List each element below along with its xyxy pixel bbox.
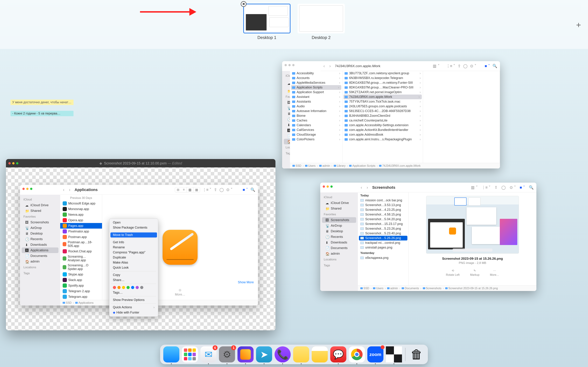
dock-chat-app[interactable]: 💬 [330,346,346,362]
sidebar-item-icloud-drive[interactable]: iCloud Drive [284,79,290,88]
app-list[interactable]: Previous 30 Days Microsoft Edge.appMonos… [60,195,102,300]
app-row[interactable]: Postman.ap…18-505.app [60,240,102,249]
context-tags-label[interactable]: Tags… [109,290,158,295]
action-rotate-left[interactable]: ⟲Rotate Left [446,269,459,276]
sidebar-item-documents[interactable]: Documents [322,245,356,251]
path-crumb[interactable]: Applications [75,301,94,304]
tags-icon[interactable]: ◯ [219,188,224,192]
close-icon[interactable] [22,188,25,190]
context-menu[interactable]: OpenShow Package Contents Move to Trash … [109,218,158,317]
column-row[interactable]: 58135EC1-CCE5-4C…2DB-466F59287D38› [343,109,423,113]
sidebar-item-desktop[interactable]: Desktop [284,111,290,117]
context-hide-with-funter[interactable]: ◆Hide with Funter [109,310,158,315]
app-row[interactable]: Telegram 2.app [60,288,102,294]
dock-launchpad[interactable] [182,346,198,362]
file-row[interactable]: mission cont…ock bar.png [358,198,408,203]
dock-zoom[interactable]: zoom [367,346,383,362]
column-row[interactable]: Biome› [290,113,342,118]
tag-color[interactable] [127,286,130,289]
path-crumb[interactable]: admin [319,164,330,167]
path-crumb[interactable]: Screenshot 2023-09-15 at 15.26.26.png [445,287,498,290]
file-row[interactable]: Screenshot…5.04.20.png [358,217,408,222]
file-row[interactable]: Screenshot…4.58.15.png [358,212,408,217]
app-row[interactable]: Monosnap.app [60,206,102,212]
sidebar-item-desktop[interactable]: Desktop [322,228,356,234]
sidebar-item-icloud-drive[interactable]: iCloud Drive [22,202,59,208]
show-more-link[interactable]: Show More [238,281,254,284]
action-icon[interactable]: ⊙ ˅ [510,185,516,190]
close-icon[interactable] [285,64,287,66]
path-crumb[interactable]: Users [305,164,316,167]
column-row[interactable]: com.apple.Accessibility-Settings.extensi… [343,123,423,128]
column-row[interactable]: 59KZTZA4XR.net.pornel.ImageOptim› [343,90,423,95]
column-row[interactable]: ca.michelf.CounterpartsLite› [343,118,423,123]
tag-color[interactable] [113,286,116,289]
share-icon[interactable]: ⇪ [458,64,461,68]
column-row[interactable]: 8DKG4XB37M.group.…MacCleaner-PRO-SIII› [343,85,423,90]
sidebar-item-airdrop[interactable]: AirDrop [284,105,290,111]
app-row[interactable]: Screaming…O Spider.app [60,263,102,272]
sidebar-item-recents[interactable]: Recents [322,234,356,240]
minimize-icon[interactable] [288,64,291,66]
share-icon[interactable]: ⇪ [494,185,498,190]
dock-mail[interactable]: ✉6 [200,346,216,362]
group-icon[interactable]: ⋮≡ ˅ [446,64,455,68]
dock-stickies[interactable] [293,346,309,362]
path-crumb[interactable]: SSD [63,301,72,304]
sidebar-item-documents[interactable]: Documents [22,253,59,259]
close-desktop-icon[interactable]: ✕ [241,1,246,7]
sidebar-item-downloads[interactable]: Downloads [22,242,59,248]
close-icon[interactable] [323,185,325,188]
funter-icon[interactable]: ■ ˅ [243,188,248,192]
preview-more[interactable]: ⊙ More… [175,288,185,296]
app-row[interactable]: Skype.app [60,272,102,277]
context-tag-colors[interactable] [109,285,158,290]
sticky-note-2[interactable]: - Кожні 2 години - 5 хв перерва… [10,111,73,116]
desktop-2-thumb[interactable]: Desktop 2 [297,4,345,40]
dock-chrome[interactable] [349,346,365,362]
funter-icon[interactable]: ■ ˅ [520,185,525,190]
nav-back-icon[interactable]: ‹ [323,64,325,68]
share-icon[interactable]: ⇪ [214,188,217,192]
minimize-icon[interactable] [26,188,28,190]
column-row[interactable]: Assistant› [290,95,342,99]
file-row[interactable]: обкладинка.png [358,256,408,260]
minimize-icon[interactable] [327,185,329,188]
tag-color[interactable] [136,286,139,289]
file-row[interactable]: Screenshot…15.23.17.png [358,222,408,226]
path-crumb[interactable]: Application Scripts [349,164,375,167]
sidebar-item-downloads[interactable]: Downloads [322,240,356,245]
dock-pixelmator[interactable] [237,346,254,362]
dock-settings[interactable]: ⚙1 [219,346,235,362]
context-item[interactable]: Copy [109,272,158,277]
group-icon[interactable]: ⋮≡ ˅ [482,185,491,190]
zoom-icon[interactable] [16,162,18,165]
app-row[interactable]: Slack.app [60,277,102,283]
finder-library-window[interactable]: ‹ › 74J34U3R6X.com.apple.iWork ▥ ˅ ⋮≡ ˅ … [282,61,500,168]
search-icon[interactable]: 🔍 [251,188,255,192]
dock-finder[interactable] [163,346,179,362]
app-row[interactable]: Postman.app [60,234,102,240]
sidebar-item-screenshots[interactable]: Screenshots [284,100,290,105]
pixelmator-window[interactable]: ◆ Screenshot 2023-09-15 at 12.10.00.pxm … [6,159,276,330]
file-row[interactable]: Screenshot…3.53.13.png [358,203,408,208]
sidebar-item-recents[interactable]: Recents [22,236,59,242]
group-icon[interactable]: ⋮≡ ˅ [202,188,212,192]
close-icon[interactable] [9,162,11,165]
column-row[interactable]: Accounts› [290,76,342,80]
path-crumb[interactable]: Library [334,164,346,167]
context-move-to-trash[interactable]: Move to Trash [110,233,157,237]
context-item[interactable]: Share… [109,277,158,283]
action-icon[interactable]: ⊙ ˅ [470,64,476,68]
column-row[interactable]: CloudStorage› [290,132,342,137]
nav-back-icon[interactable]: ‹ [63,187,64,192]
app-row[interactable]: Spotify.app [60,283,102,288]
view-toggle[interactable]: ▥ ˅ [471,185,478,190]
path-crumb[interactable]: SSD [360,287,369,290]
file-row[interactable]: Screenshot…5.23.40.png [358,231,408,236]
column-row[interactable]: BJ4HAAB9B3.ZoomClient3rd› [343,113,423,118]
app-row[interactable]: Rocket.Chat.app [60,249,102,254]
column-row[interactable]: AppleMediaServices› [290,80,342,85]
add-desktop-button[interactable]: + [576,20,581,30]
column-row[interactable]: CallServices› [290,128,342,132]
